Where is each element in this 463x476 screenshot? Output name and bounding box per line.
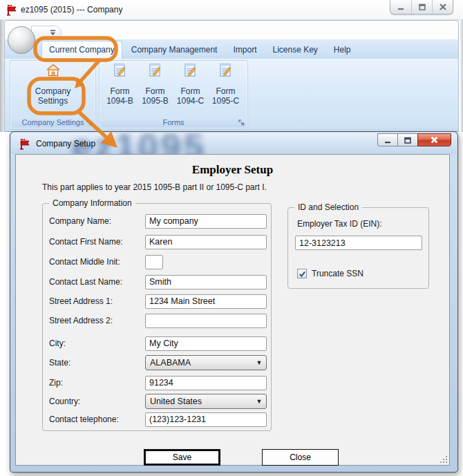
dialog-close-button[interactable]	[417, 133, 451, 146]
form-1095b-button[interactable]: Form 1095-B	[138, 64, 173, 106]
group-caption-company-settings: Company Settings	[11, 117, 95, 128]
company-information-legend: Company Information	[49, 198, 135, 208]
group-caption-text: Forms	[162, 118, 184, 126]
window-title: ez1095 (2015) --- Company	[21, 5, 122, 15]
contact-telephone-input[interactable]	[145, 412, 267, 427]
contact-first-name-label: Contact First Name:	[49, 237, 145, 247]
company-settings-button-label: Company Settings	[24, 86, 82, 106]
street-address-1-input[interactable]	[145, 294, 267, 309]
form-document-icon	[218, 64, 234, 78]
restore-button[interactable]	[411, 0, 432, 14]
contact-last-name-label: Contact Last Name:	[49, 277, 145, 287]
restore-icon	[404, 136, 412, 144]
truncate-ssn-row: Truncate SSN	[297, 269, 363, 278]
contact-telephone-label: Contact telephone:	[49, 415, 145, 424]
save-button[interactable]: Save	[144, 449, 220, 466]
form-button-label: Form 1094-B	[103, 86, 138, 106]
window-right-frame	[460, 20, 463, 132]
street-address-1-label: Street Address 1:	[49, 296, 145, 306]
country-dropdown[interactable]: United States ▼	[145, 394, 267, 409]
id-and-selection-legend: ID and Selection	[294, 202, 362, 212]
form-document-icon	[113, 64, 128, 78]
close-icon	[439, 3, 447, 11]
company-settings-button[interactable]: Company Settings	[10, 62, 95, 106]
country-label: Country:	[49, 397, 145, 406]
state-dropdown[interactable]: ALABAMA ▼	[145, 355, 267, 370]
country-selected-value: United States	[146, 397, 252, 406]
form-button-label: Form 1095-C	[209, 86, 243, 106]
resize-grip[interactable]	[440, 455, 448, 464]
dialog-title: Company Setup	[36, 139, 95, 149]
main-titlebar: ez1095 (2015) --- Company	[0, 0, 463, 20]
close-dialog-button[interactable]: Close	[262, 449, 339, 466]
company-information-groupbox: Company Information Company Name: Contac…	[42, 203, 272, 431]
form-buttons-row: Form 1094-B Form 1095-B	[102, 64, 243, 106]
dialog-flag-icon	[19, 138, 31, 150]
state-selected-value: ALABAMA	[146, 358, 252, 368]
group-company-settings: Company Settings Company Settings	[10, 60, 96, 129]
app-flag-icon	[6, 4, 18, 16]
tab-help[interactable]: Help	[327, 41, 358, 59]
close-icon	[430, 135, 439, 144]
form-button-label: Form 1095-B	[138, 86, 173, 106]
ein-input[interactable]	[295, 236, 422, 250]
contact-middle-init-input[interactable]	[145, 255, 163, 269]
restore-icon	[418, 3, 426, 11]
dialog-body: Employer Setup This part applies to year…	[15, 154, 450, 466]
contact-last-name-input[interactable]	[145, 275, 267, 289]
form-document-icon	[148, 64, 163, 78]
street-address-2-input[interactable]	[145, 314, 267, 328]
contact-middle-init-label: Contact Middle Init:	[49, 257, 145, 267]
screen: ez1095 (2015) --- Company Current Compan…	[0, 0, 463, 476]
state-label: State:	[49, 358, 145, 368]
main-window-controls	[390, 0, 453, 15]
tab-import[interactable]: Import	[226, 41, 263, 59]
ein-label: Employer Tax ID (EIN):	[297, 219, 381, 229]
tab-company-management[interactable]: Company Management	[124, 41, 225, 59]
quick-access-toolbar	[31, 26, 62, 40]
form-1095c-button[interactable]: Form 1095-C	[208, 64, 243, 106]
form-document-icon	[183, 64, 198, 78]
form-1094c-button[interactable]: Form 1094-C	[173, 64, 208, 106]
id-and-selection-groupbox: ID and Selection Employer Tax ID (EIN): …	[287, 207, 429, 289]
chevron-down-icon: ▼	[252, 359, 266, 366]
truncate-ssn-checkbox[interactable]	[297, 269, 307, 278]
dialog-window-controls	[377, 133, 451, 146]
minimize-icon	[397, 3, 405, 11]
application-orb-button[interactable]	[8, 26, 35, 54]
ribbon-tab-row: Current Company Company Management Impor…	[5, 39, 458, 59]
city-input[interactable]	[145, 336, 267, 351]
minimize-icon	[384, 136, 392, 144]
company-setup-dialog: ez1095 Company Setup Employer Setup This…	[10, 131, 458, 473]
city-label: City:	[49, 339, 145, 348]
ribbon-band: Company Settings Company Settings	[5, 59, 458, 132]
zip-input[interactable]	[145, 376, 267, 390]
dialog-minimize-button[interactable]	[377, 133, 397, 146]
ribbon: Current Company Company Management Impor…	[4, 20, 459, 132]
group-caption-forms: Forms	[100, 117, 247, 128]
qat-customize-icon[interactable]	[50, 30, 57, 36]
employer-setup-heading: Employer Setup	[16, 163, 449, 177]
home-icon	[46, 64, 61, 77]
street-address-2-label: Street Address 2:	[49, 316, 145, 325]
form-button-label: Form 1094-C	[173, 86, 208, 106]
group-caption-text: Company Settings	[22, 118, 84, 126]
dialog-launcher-icon[interactable]	[86, 120, 93, 126]
checkmark-icon	[299, 270, 306, 278]
tab-license-key[interactable]: License Key	[265, 41, 324, 59]
chevron-down-icon: ▼	[252, 398, 266, 405]
form-1094b-button[interactable]: Form 1094-B	[102, 64, 138, 106]
dialog-restore-button[interactable]	[397, 133, 417, 146]
contact-first-name-input[interactable]	[145, 235, 267, 249]
tab-current-company[interactable]: Current Company	[41, 41, 122, 59]
company-name-label: Company Name:	[49, 216, 145, 226]
dialog-launcher-icon[interactable]	[238, 120, 245, 126]
dialog-subtitle: This part applies to year 2015 1095-B pa…	[42, 182, 267, 192]
zip-label: Zip:	[49, 378, 145, 388]
group-forms: Form 1094-B Form 1095-B	[99, 60, 248, 129]
truncate-ssn-label: Truncate SSN	[312, 269, 363, 278]
close-button[interactable]	[432, 0, 453, 14]
minimize-button[interactable]	[390, 0, 411, 14]
company-name-input[interactable]	[145, 214, 267, 229]
